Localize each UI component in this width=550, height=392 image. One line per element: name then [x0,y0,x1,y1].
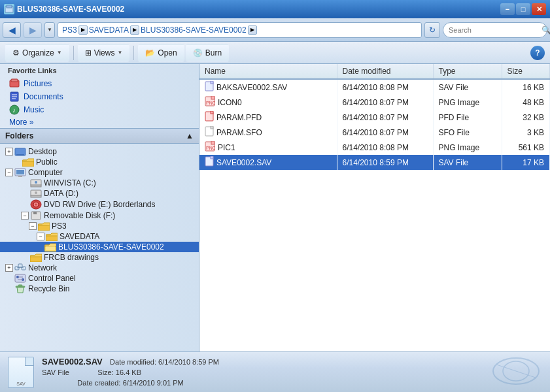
address-bar: ◀ ▶ ▼ PS3 ▶ SAVEDATA ▶ BLUS30386-SAVE-SA… [0,18,550,42]
tree-item-recycle-bin[interactable]: Recycle Bin [0,284,199,294]
tree-item-data[interactable]: DATA (D:) [0,188,199,199]
tree-item-savedata[interactable]: − SAVEDATA [0,231,199,242]
file-size-cell: 32 KB [502,110,550,125]
expand-removable[interactable]: − [21,212,29,220]
table-row[interactable]: PNGPIC16/14/2010 8:08 PMPNG Image561 KB [199,140,550,155]
tree-item-winvista[interactable]: WINVISTA (C:) [0,178,199,188]
svg-line-61 [496,365,536,378]
tree-item-ps3[interactable]: − PS3 [0,221,199,231]
toolbar-separator-1 [73,46,74,60]
svg-rect-17 [31,185,41,187]
table-row[interactable]: PARAM.PFD6/14/2010 8:07 PMPFD File32 KB [199,110,550,125]
breadcrumb-arrow-1[interactable]: ▶ [78,25,88,35]
file-name-cell: PARAM.PFD [199,110,337,125]
tree-item-control-panel[interactable]: Control Panel [0,273,199,284]
window-icon [4,4,14,14]
file-name: PARAM.SFO [216,128,262,137]
svg-rect-46 [211,81,213,84]
col-date[interactable]: Date modified [337,64,433,79]
music-label: Music [24,105,44,114]
sidebar-item-pictures[interactable]: Pictures [0,77,199,90]
organize-button[interactable]: ⚙ Organize ▼ [5,44,69,61]
tree-item-blus[interactable]: BLUS30386-SAVE-SAVE0002 [0,242,199,252]
nav-dropdown-button[interactable]: ▼ [44,22,55,38]
breadcrumb-item-blus[interactable]: BLUS30386-SAVE-SAVE0002 [141,25,247,35]
open-button[interactable]: 📂 Open [138,44,184,61]
close-button[interactable]: ✕ [532,3,546,15]
table-row[interactable]: PNGICON06/14/2010 8:07 PMPNG Image48 KB [199,95,550,110]
col-name[interactable]: Name [199,64,337,79]
file-date-cell: 6/14/2010 8:07 PM [337,95,433,110]
table-row[interactable]: PARAM.SFO6/14/2010 8:07 PMSFO File3 KB [199,125,550,140]
views-button[interactable]: ⊞ Views ▼ [78,44,130,61]
file-name-cell: SAVE0002.SAV [199,155,337,170]
tree-item-network[interactable]: + Network [0,263,199,273]
col-size[interactable]: Size [502,64,550,79]
tree-item-dvdrw[interactable]: DVD RW Drive (E:) Borderlands [0,199,183,210]
folders-header[interactable]: Folders ▲ [0,128,199,144]
forward-button[interactable]: ▶ [24,22,42,38]
frcb-label: FRCB drawings [44,253,99,262]
tree-item-computer[interactable]: − Computer [0,167,199,178]
svg-rect-44 [18,285,22,286]
sidebar-item-documents[interactable]: Documents [0,90,199,103]
computer-label: Computer [28,168,63,177]
help-button[interactable]: ? [530,46,545,60]
expand-network[interactable]: + [5,264,13,272]
left-panel-scroll: Favorite Links Pictures Documents ♪ Musi… [0,64,199,351]
title-bar: BLUS30386-SAVE-SAVE0002 − □ ✕ [0,0,550,18]
tree-item-public[interactable]: Public [0,157,199,167]
pictures-label: Pictures [24,79,52,88]
maximize-button[interactable]: □ [516,3,530,15]
file-date-cell: 6/14/2010 8:59 PM [337,155,433,170]
search-box: 🔍 [443,22,547,38]
col-type[interactable]: Type [433,64,502,79]
search-input[interactable] [449,26,539,34]
svg-rect-1 [7,5,12,8]
expand-desktop[interactable]: + [5,148,13,155]
table-row[interactable]: BAKSAVE0002.SAV6/14/2010 8:08 PMSAV File… [199,79,550,95]
expand-savedata[interactable]: − [37,233,44,240]
file-type-cell: PNG Image [433,95,502,110]
refresh-button[interactable]: ↻ [424,22,440,38]
file-size-cell: 17 KB [502,155,550,170]
tree-item-frcb[interactable]: FRCB drawings [0,252,199,263]
file-date-cell: 6/14/2010 8:08 PM [337,79,433,95]
toolbar-separator-2 [133,46,134,60]
tree-item-desktop[interactable]: + Desktop [0,146,199,157]
blus-label: BLUS30386-SAVE-SAVE0002 [58,242,164,252]
file-name-cell: PNGICON0 [199,95,337,110]
burn-button[interactable]: 💿 Burn [186,44,229,61]
minimize-button[interactable]: − [500,3,515,15]
favorite-links-header[interactable]: Favorite Links [0,64,199,77]
back-button[interactable]: ◀ [3,22,21,38]
file-date-cell: 6/14/2010 8:07 PM [337,125,433,140]
breadcrumb-item-savedata[interactable]: SAVEDATA [89,25,129,35]
svg-rect-11 [16,154,24,155]
file-date-cell: 6/14/2010 8:07 PM [337,110,433,125]
breadcrumb-item-ps3[interactable]: PS3 [62,25,77,35]
svg-rect-15 [18,176,22,177]
svg-rect-20 [31,195,41,197]
tree-item-removable[interactable]: − Removable Disk (F:) [0,210,199,221]
table-row[interactable]: SAVE0002.SAV6/14/2010 8:59 PMSAV File17 … [199,155,550,170]
file-type-cell: SFO File [433,125,502,140]
breadcrumb-arrow-2[interactable]: ▶ [130,25,139,35]
file-icon [205,156,214,169]
file-table-header: Name Date modified Type Size [199,64,550,79]
svg-point-24 [35,204,37,206]
expand-computer[interactable]: − [5,169,13,176]
file-icon [205,111,214,123]
svg-rect-14 [16,170,24,174]
expand-ps3[interactable]: − [29,222,37,230]
data-label: DATA (D:) [44,189,78,198]
more-link[interactable]: More » [0,116,199,128]
sidebar-item-music[interactable]: ♪ Music [0,103,199,116]
breadcrumb-arrow-3[interactable]: ▶ [248,25,257,35]
recycle-bin-label: Recycle Bin [28,284,69,293]
file-type-cell: PNG Image [433,140,502,155]
dvdrw-label: DVD RW Drive (E:) Borderlands [44,200,155,209]
file-type-cell: SAV File [433,155,502,170]
svg-rect-27 [37,212,38,214]
status-type-row: SAV File Size: 16.4 KB [42,368,219,377]
